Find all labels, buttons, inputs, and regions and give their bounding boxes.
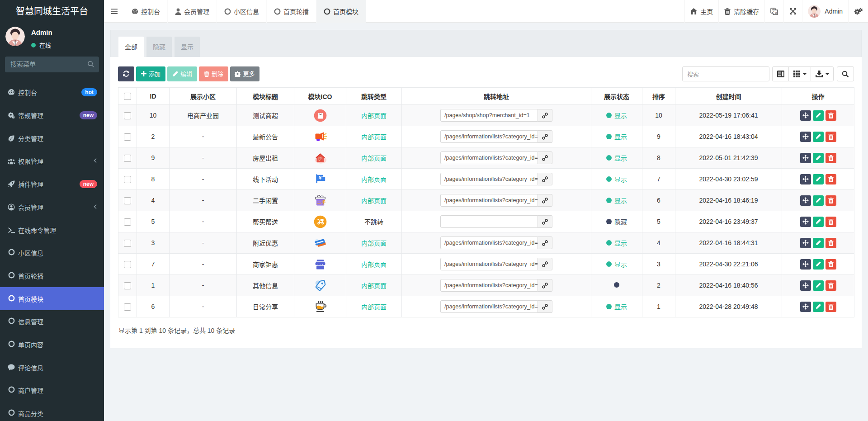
svg-text:二手: 二手	[317, 199, 326, 204]
svg-text:A: A	[775, 11, 778, 15]
svg-text:租: 租	[319, 156, 322, 161]
